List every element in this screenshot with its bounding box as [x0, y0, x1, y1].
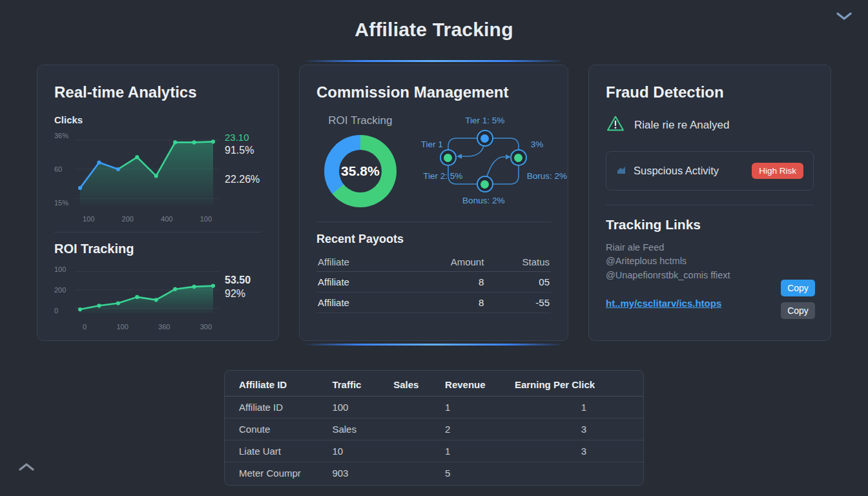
- col-earning-per-click: Earning Per Click: [499, 372, 643, 397]
- section-divider: [316, 222, 551, 222]
- copy-button-secondary[interactable]: Copy: [781, 302, 815, 319]
- col-traffic: Traffic: [318, 372, 379, 397]
- table-cell: Affiliate: [316, 293, 431, 313]
- roi-side-stats: 53.50 92%: [225, 264, 262, 320]
- diagram-node-left: [440, 149, 457, 166]
- activity-icon: [616, 165, 626, 178]
- diagram-label-right: 3%: [531, 140, 544, 149]
- table-cell: 2: [431, 418, 499, 440]
- table-row: Meter Coumpr 903 5: [225, 462, 643, 484]
- clicks-stat-secondary: 91.5%: [225, 145, 262, 156]
- commission-visuals: ROI Tracking 35.8% Tier 1: 5%: [316, 114, 551, 212]
- affiliate-stats-table-container: Affiliate ID Traffic Sales Revenue Earni…: [224, 370, 644, 486]
- copy-button-primary[interactable]: Copy: [781, 280, 815, 296]
- table-cell: 8: [431, 272, 485, 293]
- suspicious-activity-box[interactable]: Suspcious Activity High Risk: [606, 151, 814, 191]
- affiliate-tracking-dashboard: { "page": { "title": "Affiliate Tracking…: [0, 0, 868, 496]
- node-dot: [480, 134, 489, 143]
- col-status: Status: [485, 253, 551, 272]
- roi-stat-primary: 53.50: [225, 274, 262, 286]
- section-divider: [606, 205, 814, 205]
- table-header-row: Affiliate ID Traffic Sales Revenue Earni…: [225, 372, 643, 397]
- diagram-label-bottom-left: Tier 2: 5%: [423, 171, 462, 181]
- table-cell: 10: [318, 440, 379, 462]
- table-cell: Affiliate: [316, 272, 431, 293]
- node-dot: [514, 154, 522, 162]
- table-cell: 1: [431, 440, 499, 462]
- high-risk-badge[interactable]: High Risk: [752, 163, 803, 179]
- table-cell: 05: [485, 272, 551, 293]
- table-cell: -55: [485, 293, 551, 313]
- node-dot: [480, 180, 489, 189]
- table-cell: [379, 462, 431, 484]
- col-affiliate-id: Affiliate ID: [225, 372, 318, 397]
- table-cell: [379, 397, 431, 418]
- copy-buttons: Copy Copy: [781, 280, 815, 319]
- tracking-line: @Unapefionrstbk_comis ffiext: [606, 269, 758, 282]
- tracking-link[interactable]: ht..my/csclitarv/ics.htops: [606, 298, 721, 309]
- payouts-header-row: Affiliate Amount Status: [316, 253, 551, 272]
- table-cell: 1: [431, 397, 499, 418]
- card-glow-bottom: [304, 344, 564, 346]
- table-cell: Conute: [225, 418, 318, 440]
- diagram-node-right: [510, 149, 527, 166]
- roi-donut-block: ROI Tracking 35.8%: [316, 114, 404, 212]
- recent-payouts-table: Affiliate Amount Status Affiliate 8 05 A…: [316, 253, 551, 313]
- card-fraud-detection: Fraud Detection Riale rie re Analyed Sus…: [588, 65, 831, 341]
- card-real-time-analytics: Real-time Analytics Clicks 36% 60 15% 23…: [37, 65, 279, 341]
- tracking-line: @Ariteplous hctmls: [606, 254, 758, 268]
- clicks-x-axis: 100 200 400 100: [74, 212, 221, 223]
- diagram-label-bottom: Bonus: 2%: [462, 196, 504, 205]
- col-affiliate: Affiliate: [316, 253, 431, 272]
- table-cell: 3: [499, 418, 643, 440]
- table-row: Affiliate ID 100 1 1: [225, 397, 643, 418]
- tracking-lines: Riair ale Feed @Ariteplous hctmls @Unape…: [606, 241, 758, 282]
- suspicious-activity-label: Suspcious Activity: [634, 165, 745, 177]
- col-sales: Sales: [379, 372, 431, 397]
- roi-chart-title: ROI Tracking: [54, 242, 262, 256]
- card-glow-top: [304, 60, 564, 62]
- card-title: Fraud Detection: [606, 83, 814, 101]
- fraud-alert-text: Riale rie re Analyed: [634, 119, 729, 132]
- diagram-node-tier1-top: [477, 130, 493, 147]
- table-row: Liate Uart 10 1 3: [225, 440, 643, 462]
- diagram-label-left: Tier 1: [415, 140, 443, 149]
- clicks-stat-primary: 23.10: [225, 132, 262, 143]
- clicks-chart-label: Clicks: [54, 114, 262, 125]
- clicks-y-axis: 36% 60 15%: [54, 130, 74, 212]
- payouts-title: Recent Payoots: [316, 232, 551, 246]
- page-title: Affiliate Tracking: [355, 19, 513, 41]
- diagram-node-bottom: [477, 176, 493, 192]
- cards-row: Real-time Analytics Clicks 36% 60 15% 23…: [0, 59, 868, 341]
- clicks-stat-tertiary: 22.26%: [225, 174, 262, 185]
- table-cell: 903: [318, 462, 379, 484]
- table-cell: 5: [431, 462, 499, 484]
- clicks-line-plot: [74, 130, 221, 212]
- roi-stat-secondary: 92%: [225, 288, 262, 300]
- card-title: Real-time Analytics: [54, 83, 262, 101]
- tracking-line: Riair ale Feed: [606, 241, 758, 254]
- roi-y-axis: 100 200 0: [54, 264, 74, 320]
- table-cell: [379, 418, 431, 440]
- chevron-down-icon[interactable]: [836, 12, 852, 25]
- table-cell: Liate Uart: [225, 440, 318, 462]
- section-divider: [54, 232, 262, 232]
- card-commission-management: Commission Management ROI Tracking 35.8%: [299, 65, 568, 341]
- clicks-side-stats: 23.10 91.5% 22.26%: [225, 130, 262, 212]
- clicks-chart: 36% 60 15% 23.10 91.5% 22.26%: [54, 130, 262, 212]
- table-row: Conute Sales 2 3: [225, 418, 643, 440]
- header: Affiliate Tracking: [0, 0, 868, 59]
- table-cell: Meter Coumpr: [225, 462, 318, 484]
- roi-x-axis: 0 100 360 300: [74, 320, 221, 331]
- table-cell: Sales: [318, 418, 379, 440]
- roi-chart: 100 200 0 53.50 92%: [54, 264, 262, 320]
- commission-tier-diagram: Tier 1: 5% Tier 1 3% Tier 2: 5% Borus: 2…: [411, 114, 551, 212]
- roi-line-plot: [74, 264, 221, 320]
- node-dot: [444, 154, 452, 162]
- roi-donut-chart: 35.8%: [324, 135, 397, 207]
- chevron-up-icon[interactable]: [18, 461, 35, 474]
- col-revenue: Revenue: [431, 372, 499, 397]
- affiliate-stats-table: Affiliate ID Traffic Sales Revenue Earni…: [225, 372, 643, 484]
- fraud-alert-row: Riale rie re Analyed: [606, 114, 814, 136]
- warning-triangle-icon: [606, 114, 625, 136]
